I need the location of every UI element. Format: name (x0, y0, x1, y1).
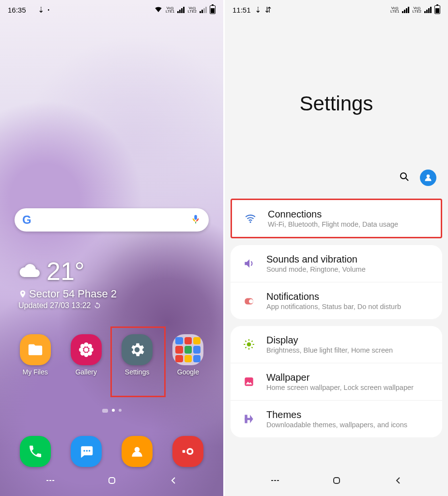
download-icon: ⇣ (255, 5, 261, 15)
app-gallery[interactable]: Gallery (64, 334, 108, 376)
row-wallpaper[interactable]: Wallpaper Home screen wallpaper, Lock sc… (231, 363, 442, 400)
app-google-folder[interactable]: Google (166, 334, 210, 376)
signal2-icon (200, 7, 207, 13)
nav-bar (0, 471, 223, 492)
account-button[interactable] (420, 170, 436, 186)
camera-app[interactable] (172, 436, 203, 467)
svg-rect-28 (245, 377, 253, 386)
svg-point-24 (249, 221, 251, 223)
signal1-icon (177, 7, 185, 13)
row-sounds[interactable]: Sounds and vibration Sound mode, Rington… (231, 245, 442, 282)
signal2-icon (424, 7, 432, 13)
search-button[interactable] (399, 171, 410, 185)
contacts-app[interactable] (122, 436, 153, 467)
connections-group: Connections Wi-Fi, Bluetooth, Flight mod… (231, 199, 442, 238)
temperature: 21° (46, 257, 85, 286)
dock (0, 436, 223, 467)
google-search-bar[interactable]: G (15, 208, 209, 232)
weather-updated: Updated 27/03 13:22 (18, 301, 117, 310)
svg-rect-31 (274, 480, 276, 481)
sim1-icon: Vo))LTE1 (166, 6, 175, 13)
dot-icon: • (48, 7, 50, 13)
svg-rect-19 (49, 480, 51, 481)
svg-point-7 (80, 344, 85, 348)
sim2-icon: Vo))LTE2 (187, 6, 197, 13)
settings-list: Connections Wi-Fi, Bluetooth, Flight mod… (231, 199, 442, 437)
folder-icon (172, 334, 203, 365)
svg-rect-32 (277, 480, 279, 481)
svg-point-13 (89, 450, 90, 451)
svg-rect-33 (334, 478, 340, 483)
display-group: Display Brightness, Blue light filter, H… (231, 326, 442, 437)
svg-point-26 (249, 299, 253, 304)
app-my-files[interactable]: My Files (14, 334, 57, 376)
settings-screen: 11:51 ⇣ ⇵ Vo))LTE1 Vo))LTE2 Settings Con… (225, 0, 448, 496)
svg-point-14 (135, 447, 140, 452)
battery-icon (210, 5, 216, 14)
sound-icon (241, 257, 257, 270)
signal1-icon (402, 7, 409, 13)
svg-point-8 (88, 344, 92, 348)
sync-indicator-icon: ⇵ (265, 5, 271, 15)
download-icon: ⇣ (38, 5, 44, 15)
mic-icon[interactable] (190, 214, 201, 226)
battery-icon (434, 5, 440, 14)
svg-rect-30 (271, 480, 273, 481)
status-time: 16:35 (8, 6, 26, 14)
svg-rect-18 (46, 480, 48, 481)
wallpaper-icon (241, 375, 257, 388)
phone-app[interactable] (20, 436, 51, 467)
svg-point-27 (247, 342, 251, 347)
status-time: 11:51 (232, 6, 251, 14)
row-display[interactable]: Display Brightness, Blue light filter, H… (231, 326, 442, 363)
svg-rect-29 (245, 415, 247, 423)
back-button[interactable] (168, 475, 179, 488)
row-themes[interactable]: Themes Downloadable themes, wallpapers, … (231, 400, 442, 437)
row-connections[interactable]: Connections Wi-Fi, Bluetooth, Flight mod… (232, 200, 441, 237)
app-settings[interactable]: Settings (115, 334, 159, 376)
weather-location: Sector 54 Phase 2 (18, 288, 117, 300)
home-screen: 16:35 ⇣ • Vo))LTE1 Vo))LTE2 G 21° Sector… (0, 0, 223, 496)
page-indicator (0, 409, 223, 413)
notification-icon (241, 294, 257, 307)
home-button[interactable] (331, 475, 342, 488)
svg-rect-20 (52, 480, 54, 481)
svg-point-22 (401, 173, 406, 179)
back-button[interactable] (392, 475, 404, 488)
svg-point-10 (88, 351, 92, 356)
cloud-icon (18, 259, 42, 284)
svg-point-23 (427, 174, 430, 178)
wifi-icon (243, 212, 258, 225)
svg-point-12 (86, 450, 87, 451)
status-bar: 11:51 ⇣ ⇵ Vo))LTE1 Vo))LTE2 (225, 0, 448, 19)
svg-point-9 (80, 351, 85, 356)
row-notifications[interactable]: Notifications App notifications, Status … (231, 282, 442, 319)
svg-rect-21 (109, 478, 115, 483)
themes-icon (241, 413, 257, 425)
nav-bar (225, 471, 448, 492)
google-logo-icon: G (22, 213, 31, 227)
home-button[interactable] (106, 475, 118, 488)
app-row: My Files Gallery Settings Google (0, 334, 223, 376)
svg-rect-17 (183, 450, 185, 453)
messages-app[interactable] (71, 436, 102, 467)
weather-widget[interactable]: 21° Sector 54 Phase 2 Updated 27/03 13:2… (18, 257, 117, 310)
svg-point-11 (83, 450, 85, 451)
sim1-icon: Vo))LTE1 (390, 6, 400, 13)
svg-point-16 (188, 450, 192, 453)
svg-point-2 (84, 348, 88, 352)
recents-button[interactable] (45, 475, 56, 488)
wifi-icon (154, 5, 163, 15)
sim2-icon: Vo))LTE2 (412, 6, 421, 13)
status-bar: 16:35 ⇣ • Vo))LTE1 Vo))LTE2 (0, 0, 223, 19)
page-title: Settings (225, 92, 448, 115)
sounds-notifications-group: Sounds and vibration Sound mode, Rington… (231, 245, 442, 319)
brightness-icon (241, 338, 257, 351)
recents-button[interactable] (269, 475, 281, 488)
